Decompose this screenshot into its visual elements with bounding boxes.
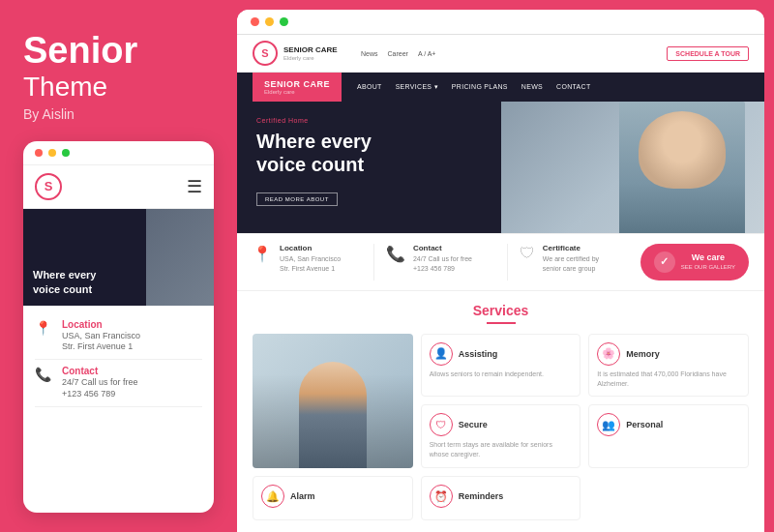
- services-divider: [487, 322, 516, 324]
- schedule-tour-button[interactable]: SCHEDULE A TOUR: [667, 46, 749, 61]
- phone-icon: 📞: [386, 245, 405, 263]
- hero-read-more-button[interactable]: READ MORE ABOUT: [256, 192, 338, 206]
- desktop-dot-green: [280, 17, 288, 26]
- assisting-icon: 👤: [430, 342, 453, 366]
- nav-pricing[interactable]: PRICING PLANS: [452, 75, 508, 99]
- info-certificate-text: Certificate We are certified by senior c…: [543, 244, 599, 274]
- mobile-top-bar: [23, 141, 214, 165]
- desktop-top-bar: [237, 10, 764, 35]
- nav-news[interactable]: NEWS: [521, 75, 543, 99]
- certificate-icon: 🛡: [520, 245, 535, 262]
- mobile-hero-text: Where every voice count: [33, 268, 96, 296]
- service-card-personal: 👥 Personal: [588, 404, 749, 468]
- we-care-button[interactable]: ✓ We care SEE OUR GALLERY: [640, 244, 749, 281]
- info-contact: 📞 Contact 24/7 Call us for free +123 456…: [373, 244, 507, 281]
- mobile-hamburger-icon[interactable]: ☰: [187, 176, 202, 197]
- site-hero: Certified Home Where every voice count R…: [237, 102, 764, 233]
- nav-about[interactable]: ABOUT: [357, 75, 382, 99]
- desktop-mockup: S SENIOR CARE Elderly care News Career A…: [237, 10, 764, 532]
- mobile-location-icon: 📍: [35, 320, 54, 340]
- hero-person-image: [619, 102, 745, 233]
- mobile-logo: S: [35, 173, 62, 200]
- left-panel: Senior Theme By Aislin S ☰ Where every v…: [0, 0, 237, 532]
- memory-icon: 🌸: [597, 342, 620, 366]
- desktop-dot-yellow: [265, 17, 274, 26]
- info-contact-text: Contact 24/7 Call us for free +123 456 7…: [413, 244, 472, 274]
- service-card-top: ⏰ Reminders: [430, 485, 573, 508]
- we-care-text: We care SEE OUR GALLERY: [681, 252, 735, 271]
- service-card-alarm: 🔔 Alarm: [253, 476, 413, 520]
- nav-contact[interactable]: CONTACT: [556, 75, 590, 99]
- secure-icon: 🛡: [430, 413, 453, 436]
- info-location: 📍 Location USA, San Francisco Str. First…: [253, 244, 373, 281]
- mobile-hero: Where every voice count: [23, 209, 214, 306]
- mobile-location-item: 📍 Location USA, San Francisco Str. First…: [35, 313, 202, 360]
- mobile-nav: S ☰: [23, 165, 214, 209]
- site-logo-circle: S: [253, 41, 278, 66]
- service-card-top: 👤 Assisting: [430, 342, 573, 366]
- service-card-top: 👥 Personal: [597, 413, 740, 436]
- mobile-contact-item: 📞 Contact 24/7 Call us for free +123 456…: [35, 360, 202, 406]
- mobile-dot-green: [62, 149, 70, 157]
- services-image-person: [299, 362, 367, 468]
- service-card-secure: 🛡 Secure Short term stays are available …: [421, 404, 581, 468]
- mobile-dot-yellow: [48, 149, 56, 157]
- hero-title: Where every voice count: [256, 130, 450, 176]
- mobile-info-section: 📍 Location USA, San Francisco Str. First…: [23, 306, 214, 415]
- service-card-reminders: ⏰ Reminders: [421, 476, 581, 520]
- hero-person-face: [639, 111, 726, 189]
- mobile-contact-icon: 📞: [35, 367, 54, 386]
- service-card-top: 🌸 Memory: [597, 342, 740, 366]
- site-header: S SENIOR CARE Elderly care News Career A…: [237, 35, 764, 73]
- we-care-icon: ✓: [654, 251, 675, 273]
- service-card-memory: 🌸 Memory It is estimated that 470,000 Fl…: [588, 334, 749, 398]
- info-bar: 📍 Location USA, San Francisco Str. First…: [237, 233, 764, 291]
- site-main-nav: SENIOR CARE Elderly care ABOUT SERVICES …: [237, 73, 764, 102]
- reminders-icon: ⏰: [430, 485, 453, 508]
- mobile-location-text: Location USA, San Francisco Str. First A…: [62, 319, 140, 353]
- service-card-top: 🔔 Alarm: [261, 485, 404, 508]
- mobile-mockup: S ☰ Where every voice count 📍 Location U…: [23, 141, 214, 513]
- service-card-top: 🛡 Secure: [430, 413, 573, 436]
- services-section: Services 👤 Assisting Allows seniors to r…: [237, 291, 764, 532]
- desktop-dot-red: [251, 17, 259, 26]
- services-title-wrap: Services: [253, 303, 749, 324]
- site-logo-area: S SENIOR CARE Elderly care: [253, 41, 349, 66]
- info-certificate: 🛡 Certificate We are certified by senior…: [507, 244, 640, 281]
- location-icon: 📍: [253, 245, 272, 263]
- site-logo-text-block: SENIOR CARE Elderly care: [283, 45, 338, 61]
- mobile-contact-text: Contact 24/7 Call us for free +123 456 7…: [62, 366, 138, 399]
- left-title-senior: Senior: [23, 31, 214, 72]
- left-by: By Aislin: [23, 106, 214, 122]
- services-grid: 👤 Assisting Allows seniors to remain ind…: [253, 334, 749, 520]
- hero-content: Certified Home Where every voice count R…: [256, 117, 450, 206]
- left-title-theme: Theme: [23, 72, 214, 103]
- services-image-card: [253, 334, 413, 468]
- mobile-hero-image: [146, 209, 214, 306]
- mobile-dot-red: [35, 149, 43, 157]
- alarm-icon: 🔔: [261, 485, 284, 508]
- site-top-nav: News Career A / A+: [361, 50, 435, 57]
- service-card-assisting: 👤 Assisting Allows seniors to remain ind…: [421, 334, 581, 398]
- info-location-text: Location USA, San Francisco Str. First A…: [280, 244, 341, 274]
- site-brand-block: SENIOR CARE Elderly care: [253, 73, 342, 102]
- personal-icon: 👥: [597, 413, 620, 436]
- nav-services[interactable]: SERVICES ▾: [396, 75, 438, 99]
- main-nav-items: ABOUT SERVICES ▾ PRICING PLANS NEWS CONT…: [357, 75, 590, 99]
